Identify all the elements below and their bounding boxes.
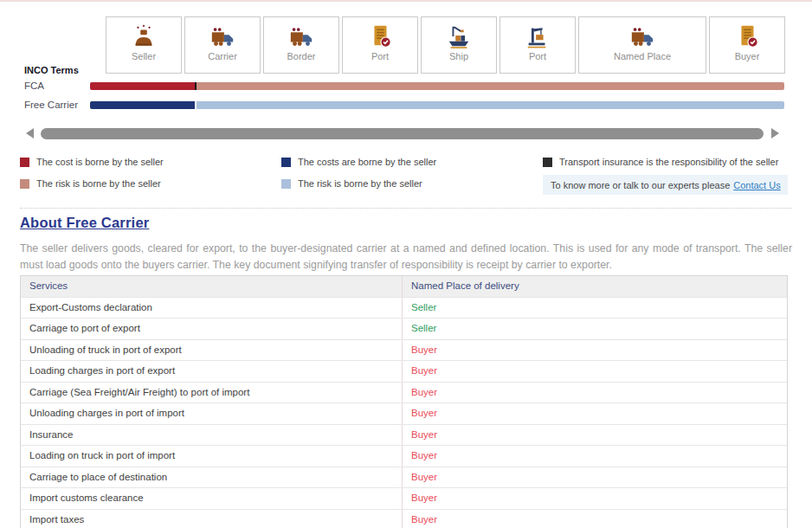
legend-swatch: [281, 179, 291, 189]
legend-item-cost-seller: The cost is borne by the seller: [20, 157, 164, 167]
route-step-carrier: Carrier: [184, 16, 261, 74]
route-step-label: Border: [287, 51, 315, 61]
route-step-label: Ship: [449, 51, 468, 61]
route-step-label: Buyer: [735, 51, 760, 61]
fca-cost-bar: [90, 82, 784, 90]
party-cell: Buyer: [402, 383, 787, 403]
ship-icon: [446, 23, 472, 49]
legend-item-risk-seller-blue: The risk is borne by the seller: [281, 178, 422, 189]
legend-text: The costs are borne by the seller: [298, 157, 436, 167]
legend-swatch: [543, 158, 552, 167]
truck-icon: [209, 23, 235, 49]
legend-swatch: [20, 158, 29, 167]
route-step-buyer: Buyer: [709, 16, 785, 74]
route-step-named-place: Named Place: [578, 16, 706, 74]
about-description: The seller delivers goods, cleared for e…: [20, 241, 792, 274]
legend-swatch: [20, 179, 29, 189]
service-cell: Unloading of truck in port of export: [21, 340, 402, 361]
legend-text: The risk is borne by the seller: [36, 178, 161, 189]
service-cell: Export-Customs declaration: [21, 298, 402, 319]
contact-strip: To know more or talk to our experts plea…: [543, 175, 788, 195]
legend-item-insurance-seller: Transport insurance is the responsibilit…: [543, 157, 778, 167]
table-row: Unloading charges in port of import Buye…: [21, 402, 787, 424]
column-header-named-place: Named Place of delivery: [402, 276, 787, 297]
party-cell: Buyer: [402, 488, 787, 509]
route-icons-row: Seller Carrier Border: [106, 16, 785, 74]
table-row: Carriage (Sea Freight/Air Freight) to po…: [21, 382, 787, 403]
service-cell: Loading charges in port of export: [21, 361, 402, 382]
table-row: Import taxes Buyer: [21, 509, 787, 528]
route-step-seller: Seller: [106, 16, 182, 74]
legend-swatch: [281, 158, 291, 167]
legend-text: The cost is borne by the seller: [36, 157, 164, 167]
risk-buyer-segment: [197, 101, 784, 109]
service-cell: Loading on truck in port of import: [21, 446, 402, 467]
route-step-ship: Ship: [421, 16, 497, 74]
inco-terms-label: INCO Terms: [24, 65, 79, 75]
party-cell: Buyer: [402, 425, 787, 446]
route-step-label: Named Place: [614, 51, 671, 61]
legend-text: Transport insurance is the responsibilit…: [559, 157, 778, 167]
route-step-port-import: Port: [499, 16, 576, 74]
party-cell: Buyer: [402, 446, 787, 467]
contact-text: To know more or talk to our experts plea…: [551, 180, 730, 190]
document-check-icon: [734, 23, 760, 49]
party-cell: Buyer: [402, 340, 787, 361]
party-cell: Seller: [402, 298, 787, 319]
route-step-label: Carrier: [208, 51, 237, 61]
route-step-label: Port: [529, 51, 546, 61]
table-row: Export-Customs declaration Seller: [21, 297, 787, 319]
route-step-port-export: Port: [342, 16, 418, 74]
dotted-separator: [20, 208, 792, 209]
service-cell: Import taxes: [21, 510, 402, 528]
incoterms-fca-page: Seller Carrier Border: [0, 0, 812, 528]
service-cell: Import customs clearance: [21, 488, 402, 509]
service-cell: Unloading charges in port of import: [21, 403, 402, 424]
cost-seller-segment: [90, 82, 195, 90]
service-cell: Carriage (Sea Freight/Air Freight) to po…: [21, 383, 402, 403]
party-cell: Buyer: [402, 403, 787, 424]
document-check-icon: [367, 23, 393, 49]
truck-icon: [288, 23, 314, 49]
party-cell: Buyer: [402, 361, 787, 382]
party-cell: Buyer: [402, 510, 787, 528]
party-cell: Seller: [402, 319, 787, 339]
service-cell: Carriage to port of export: [21, 319, 402, 339]
route-step-label: Port: [371, 51, 389, 61]
fca-risk-bar: [90, 101, 784, 109]
table-row: Import customs clearance Buyer: [21, 487, 787, 509]
table-row: Carriage to port of export Seller: [21, 318, 787, 339]
service-cell: Insurance: [21, 425, 402, 446]
legend-item-costs-seller: The costs are borne by the seller: [281, 157, 436, 167]
term-code-label: FCA: [24, 80, 44, 91]
risk-seller-segment: [90, 101, 195, 109]
scroll-left-arrow-icon[interactable]: [26, 128, 34, 138]
services-table: Services Named Place of delivery Export-…: [20, 275, 788, 528]
page-title: About Free Carrier: [20, 215, 149, 231]
scroll-right-arrow-icon[interactable]: [771, 128, 779, 138]
service-cell: Carriage to place of destination: [21, 467, 402, 488]
table-row: Carriage to place of destination Buyer: [21, 467, 787, 488]
table-header-row: Services Named Place of delivery: [21, 276, 787, 297]
cost-buyer-segment: [197, 82, 784, 90]
table-row: Loading on truck in port of import Buyer: [21, 445, 787, 467]
truck-icon: [629, 23, 655, 49]
route-step-border: Border: [263, 16, 339, 74]
seller-icon: [131, 23, 157, 49]
legend-text: The risk is borne by the seller: [298, 178, 422, 189]
legend-item-risk-seller-cost: The risk is borne by the seller: [20, 178, 161, 189]
contact-us-link[interactable]: Contact Us: [733, 180, 780, 190]
table-row: Unloading of truck in port of export Buy…: [21, 339, 787, 361]
table-row: Loading charges in port of export Buyer: [21, 360, 787, 382]
term-name-label: Free Carrier: [24, 100, 78, 110]
route-step-label: Seller: [132, 51, 156, 61]
table-row: Insurance Buyer: [21, 424, 787, 446]
crane-icon: [525, 23, 551, 49]
top-accent-line: [0, 0, 812, 2]
horizontal-scrollbar-thumb[interactable]: [41, 128, 764, 139]
column-header-services: Services: [21, 276, 402, 297]
party-cell: Buyer: [402, 467, 787, 488]
